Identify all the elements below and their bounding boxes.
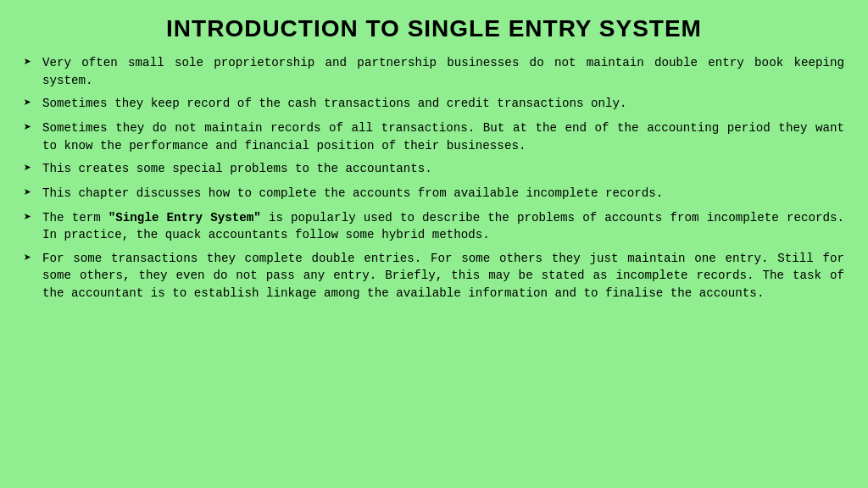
bullet-arrow-3: ➤ xyxy=(24,119,41,154)
bullet-text-7: For some transactions they complete doub… xyxy=(42,250,844,302)
bullet-arrow-2: ➤ xyxy=(24,95,41,114)
list-item: ➤ This chapter discusses how to complete… xyxy=(24,185,844,203)
list-item: ➤ Sometimes they keep record of the cash… xyxy=(24,95,844,114)
bullet-6-bold: "Single Entry System" xyxy=(108,211,261,225)
bullet-arrow-5: ➤ xyxy=(24,185,41,203)
list-item: ➤ Very often small sole proprietorship a… xyxy=(24,54,844,89)
bullet-arrow-1: ➤ xyxy=(24,54,41,89)
bullet-text-2: Sometimes they keep record of the cash t… xyxy=(42,95,844,114)
bullet-text-3: Sometimes they do not maintain records o… xyxy=(42,119,844,154)
bullet-arrow-4: ➤ xyxy=(24,160,41,179)
slide-container: INTRODUCTION TO SINGLE ENTRY SYSTEM ➤ Ve… xyxy=(0,0,868,488)
list-item: ➤ Sometimes they do not maintain records… xyxy=(24,119,844,154)
list-item: ➤ The term "Single Entry System" is popu… xyxy=(24,209,844,244)
bullet-text-6: The term "Single Entry System" is popula… xyxy=(42,209,844,244)
slide-title: INTRODUCTION TO SINGLE ENTRY SYSTEM xyxy=(24,15,844,42)
list-item: ➤ This creates some special problems to … xyxy=(24,160,844,179)
list-item: ➤ For some transactions they complete do… xyxy=(24,250,844,302)
bullet-text-5: This chapter discusses how to complete t… xyxy=(42,185,844,203)
content-area: ➤ Very often small sole proprietorship a… xyxy=(24,54,844,302)
bullet-arrow-6: ➤ xyxy=(24,209,41,244)
bullet-text-4: This creates some special problems to th… xyxy=(42,160,844,179)
bullet-6-prefix: The term xyxy=(42,211,108,225)
bullet-text-1: Very often small sole proprietorship and… xyxy=(42,54,844,89)
bullet-arrow-7: ➤ xyxy=(24,250,41,302)
